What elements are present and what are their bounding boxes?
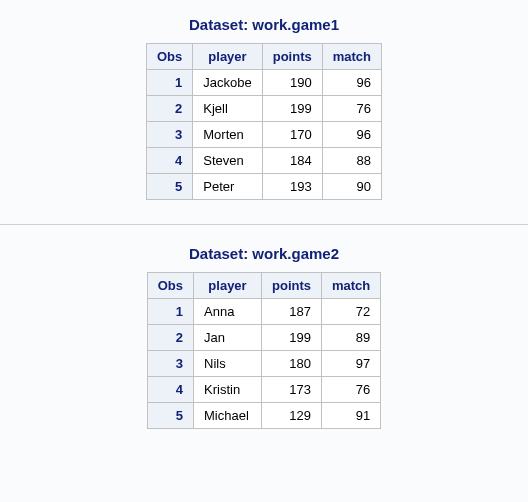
table-row: 1 Jackobe 190 96 [146, 70, 381, 96]
cell-match: 76 [322, 377, 381, 403]
dataset-title: Dataset: work.game2 [0, 245, 528, 262]
col-obs: Obs [146, 44, 192, 70]
cell-player: Jan [194, 325, 262, 351]
cell-points: 180 [262, 351, 322, 377]
col-obs: Obs [147, 273, 193, 299]
table-header-row: Obs player points match [147, 273, 381, 299]
col-match: match [322, 273, 381, 299]
cell-player: Kjell [193, 96, 262, 122]
cell-obs: 1 [146, 70, 192, 96]
cell-player: Michael [194, 403, 262, 429]
cell-match: 97 [322, 351, 381, 377]
cell-obs: 3 [146, 122, 192, 148]
cell-obs: 2 [146, 96, 192, 122]
cell-points: 184 [262, 148, 322, 174]
col-match: match [322, 44, 381, 70]
cell-obs: 4 [146, 148, 192, 174]
cell-obs: 2 [147, 325, 193, 351]
cell-player: Kristin [194, 377, 262, 403]
cell-points: 199 [262, 96, 322, 122]
cell-match: 88 [322, 148, 381, 174]
cell-player: Morten [193, 122, 262, 148]
cell-points: 129 [262, 403, 322, 429]
table-row: 2 Jan 199 89 [147, 325, 381, 351]
cell-player: Jackobe [193, 70, 262, 96]
dataset-section-2: Dataset: work.game2 Obs player points ma… [0, 229, 528, 449]
cell-match: 76 [322, 96, 381, 122]
cell-match: 96 [322, 70, 381, 96]
col-points: points [262, 44, 322, 70]
dataset-table-1: Obs player points match 1 Jackobe 190 96… [146, 43, 382, 200]
cell-points: 170 [262, 122, 322, 148]
cell-obs: 5 [147, 403, 193, 429]
table-row: 4 Steven 184 88 [146, 148, 381, 174]
cell-player: Peter [193, 174, 262, 200]
cell-player: Anna [194, 299, 262, 325]
dataset-section-1: Dataset: work.game1 Obs player points ma… [0, 0, 528, 220]
cell-match: 89 [322, 325, 381, 351]
cell-obs: 3 [147, 351, 193, 377]
cell-obs: 4 [147, 377, 193, 403]
cell-obs: 1 [147, 299, 193, 325]
cell-match: 72 [322, 299, 381, 325]
cell-points: 199 [262, 325, 322, 351]
table-row: 3 Morten 170 96 [146, 122, 381, 148]
cell-match: 96 [322, 122, 381, 148]
col-player: player [193, 44, 262, 70]
cell-player: Steven [193, 148, 262, 174]
col-points: points [262, 273, 322, 299]
table-header-row: Obs player points match [146, 44, 381, 70]
cell-match: 90 [322, 174, 381, 200]
cell-match: 91 [322, 403, 381, 429]
cell-points: 187 [262, 299, 322, 325]
cell-points: 173 [262, 377, 322, 403]
table-row: 5 Michael 129 91 [147, 403, 381, 429]
divider [0, 224, 528, 225]
cell-player: Nils [194, 351, 262, 377]
dataset-title: Dataset: work.game1 [0, 16, 528, 33]
table-row: 1 Anna 187 72 [147, 299, 381, 325]
col-player: player [194, 273, 262, 299]
cell-points: 193 [262, 174, 322, 200]
dataset-table-2: Obs player points match 1 Anna 187 72 2 … [147, 272, 382, 429]
table-row: 4 Kristin 173 76 [147, 377, 381, 403]
table-row: 2 Kjell 199 76 [146, 96, 381, 122]
table-row: 5 Peter 193 90 [146, 174, 381, 200]
cell-points: 190 [262, 70, 322, 96]
cell-obs: 5 [146, 174, 192, 200]
table-row: 3 Nils 180 97 [147, 351, 381, 377]
